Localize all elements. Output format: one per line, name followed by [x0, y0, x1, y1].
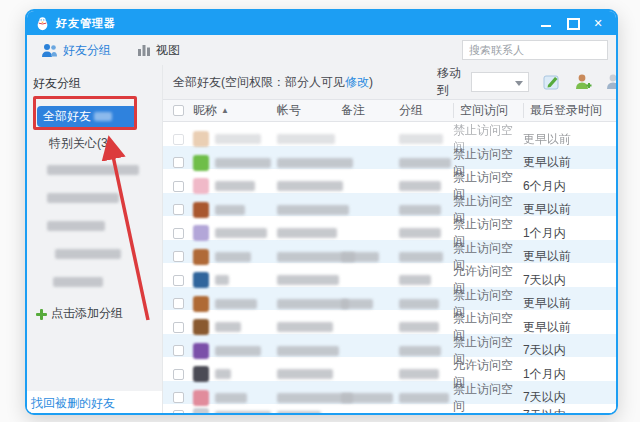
tab-friend-groups[interactable]: 好友分组: [41, 42, 111, 59]
redacted-group: [399, 346, 441, 356]
redacted-account: [277, 205, 349, 215]
table-row[interactable]: 禁止访问空间 更早以前: [163, 240, 618, 264]
redacted-account: [277, 346, 339, 356]
summary-suffix: ): [369, 75, 373, 89]
column-header-nickname[interactable]: 昵称 ▲: [193, 102, 277, 119]
last-login-value: 更早以前: [523, 201, 618, 218]
friend-manager-window: 好友管理器 ✕ 好友分组 视图: [25, 9, 618, 415]
sidebar-group-list: [27, 156, 162, 296]
avatar: [193, 272, 209, 288]
table-row[interactable]: 禁止访问空间 7天以内: [163, 381, 618, 405]
last-login-value: 7天以内: [523, 389, 618, 406]
table-row[interactable]: 允许访问空间 7天以内: [163, 263, 618, 287]
tab-view[interactable]: 视图: [137, 42, 180, 59]
space-access-value: 禁止访问空间: [453, 381, 523, 415]
table-row[interactable]: 禁止访问空间 更早以前: [163, 193, 618, 217]
row-checkbox[interactable]: [173, 251, 184, 262]
table-row[interactable]: 禁止访问空间 1个月内: [163, 216, 618, 240]
row-checkbox[interactable]: [173, 204, 184, 215]
redacted-remark: [341, 393, 393, 403]
row-checkbox[interactable]: [173, 369, 184, 380]
nickname-header-label: 昵称: [193, 102, 217, 119]
redacted-account: [277, 322, 333, 332]
sidebar-group-item[interactable]: [27, 240, 162, 268]
table-row[interactable]: 允许访问空间 1个月内: [163, 357, 618, 381]
avatar: [193, 319, 209, 335]
chevron-down-icon: [515, 81, 523, 86]
sort-asc-icon: ▲: [221, 106, 229, 115]
table-row[interactable]: 禁止访问空间 6个月内: [163, 169, 618, 193]
last-login-value: 7天以内: [523, 272, 618, 289]
edit-icon[interactable]: [543, 73, 563, 91]
sidebar-item-special-care[interactable]: 特别关心(3): [27, 127, 162, 156]
redacted-nickname: [215, 411, 271, 414]
sidebar-group-item[interactable]: [27, 156, 162, 184]
redacted-group-name: [47, 165, 139, 175]
maximize-icon[interactable]: [566, 17, 578, 29]
sidebar-item-all-friends[interactable]: 全部好友: [37, 106, 137, 127]
redacted-nickname: [215, 393, 247, 403]
row-checkbox[interactable]: [173, 228, 184, 239]
recover-deleted-friends-link[interactable]: 找回被删的好友: [27, 395, 115, 412]
minimize-icon[interactable]: [540, 17, 552, 29]
window-title: 好友管理器: [56, 16, 116, 31]
redacted-nickname: [215, 322, 241, 332]
redacted-nickname: [215, 228, 267, 238]
column-header-space-access[interactable]: 空间访问: [453, 103, 523, 118]
redacted-group: [399, 299, 439, 309]
add-friend-icon[interactable]: [574, 73, 594, 91]
add-group-button[interactable]: 点击添加分组: [27, 296, 162, 322]
table-row[interactable]: 禁止访问空间 更早以前: [163, 146, 618, 170]
redacted-remark: [341, 252, 379, 262]
redacted-remark: [341, 299, 373, 309]
friend-groups-label: 好友分组: [63, 42, 111, 59]
table-row[interactable]: 禁止访问空间 更早以前: [163, 310, 618, 334]
row-checkbox[interactable]: [173, 181, 184, 192]
redacted-nickname: [215, 205, 245, 215]
row-checkbox[interactable]: [173, 275, 184, 286]
table-row[interactable]: 禁止访问空间 更早以前: [163, 287, 618, 311]
redacted-nickname: [215, 275, 229, 285]
column-header-group[interactable]: 分组: [399, 102, 453, 119]
avatar: [193, 225, 209, 241]
column-header-last-login[interactable]: 最后登录时间: [523, 103, 618, 118]
row-checkbox[interactable]: [173, 157, 184, 168]
avatar: [193, 366, 209, 382]
redacted-account: [277, 275, 339, 285]
move-to-dropdown[interactable]: [471, 72, 529, 92]
row-checkbox[interactable]: [173, 134, 184, 145]
redacted-account: [277, 411, 321, 414]
row-checkbox[interactable]: [173, 298, 184, 309]
last-login-value: 更早以前: [523, 131, 618, 148]
row-checkbox[interactable]: [173, 322, 184, 333]
manage-friend-icon[interactable]: [605, 73, 618, 91]
select-all-checkbox[interactable]: [173, 105, 184, 116]
redacted-group-name: [53, 277, 103, 287]
close-icon[interactable]: ✕: [592, 17, 604, 29]
table-row[interactable]: 禁止访问空间 7天以内: [163, 334, 618, 358]
table-row[interactable]: 禁止访问空间 更早以前: [163, 122, 618, 146]
modify-permission-link[interactable]: 修改: [345, 75, 369, 89]
avatar: [193, 202, 209, 218]
redacted-nickname: [215, 299, 257, 309]
all-friends-label: 全部好友: [43, 108, 91, 125]
redacted-account: [277, 158, 353, 168]
redacted-group: [399, 275, 431, 285]
sidebar-group-item[interactable]: [27, 212, 162, 240]
avatar: [193, 408, 209, 414]
row-checkbox[interactable]: [173, 345, 184, 356]
redacted-nickname: [215, 252, 251, 262]
last-login-value: 1个月内: [523, 366, 618, 383]
avatar: [193, 178, 209, 194]
avatar: [193, 343, 209, 359]
search-input[interactable]: [462, 40, 608, 60]
row-checkbox[interactable]: [173, 410, 184, 414]
avatar: [193, 131, 209, 147]
sidebar-group-item[interactable]: [27, 268, 162, 296]
column-header-account[interactable]: 帐号: [277, 102, 341, 119]
column-header-remark[interactable]: 备注: [341, 102, 399, 119]
sidebar-group-item[interactable]: [27, 184, 162, 212]
redacted-account: [277, 369, 333, 379]
permission-summary: 全部好友(空间权限：部分人可见修改): [173, 74, 373, 91]
row-checkbox[interactable]: [173, 392, 184, 403]
